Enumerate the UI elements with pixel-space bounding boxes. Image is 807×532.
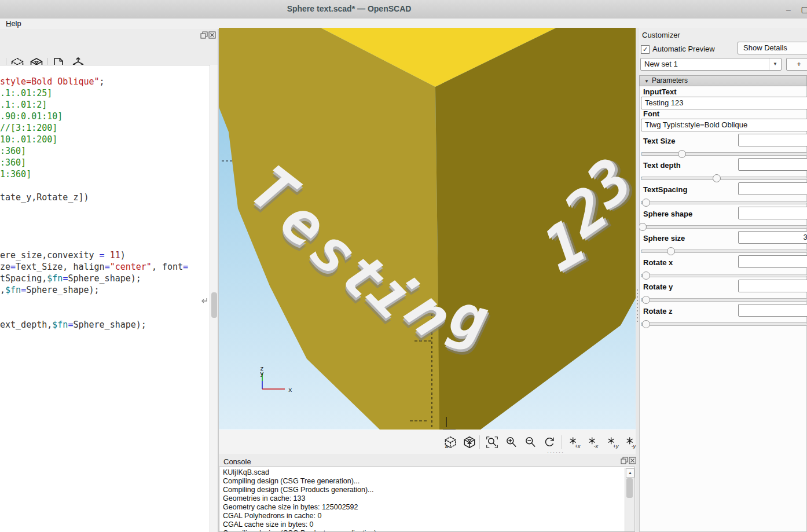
slider-handle[interactable]	[642, 296, 650, 304]
param-slider-textspacing[interactable]	[641, 199, 807, 207]
param-label-inputtext: InputText	[643, 87, 677, 96]
preset-combobox[interactable]: New set 1▼	[640, 58, 782, 71]
param-spinbox-textspacing[interactable]: 0	[738, 182, 807, 195]
menu-help[interactable]: Help	[0, 19, 27, 28]
param-slider-sphere-shape[interactable]	[641, 223, 807, 231]
slider-handle[interactable]	[713, 174, 721, 182]
render-button[interactable]	[461, 434, 478, 451]
slider-handle[interactable]	[642, 320, 650, 328]
scroll-up-icon[interactable]: ▲	[626, 468, 634, 478]
slider-handle[interactable]	[678, 150, 686, 158]
param-label-textspacing: TextSpacing	[643, 185, 687, 194]
parameters-section-header[interactable]: ▼Parameters	[639, 75, 807, 86]
slider-groove[interactable]	[641, 225, 807, 229]
window-title: Sphere text.scad* — OpenSCAD	[0, 4, 698, 13]
console-title: Console	[223, 457, 251, 466]
code-line	[0, 226, 188, 238]
editor-scrollbar-thumb[interactable]	[211, 292, 217, 318]
param-spinbox-text-depth[interactable]: 0	[738, 158, 807, 171]
slider-groove[interactable]	[641, 322, 807, 326]
show-details-button[interactable]: Show Details	[738, 42, 807, 54]
param-slider-rotate-z[interactable]	[641, 320, 807, 328]
code-line: .1:.01:2]	[0, 99, 188, 111]
slider-handle[interactable]	[642, 199, 650, 207]
slider-groove[interactable]	[641, 274, 807, 277]
slider-handle[interactable]	[667, 247, 675, 255]
chevron-down-icon[interactable]: ▼	[769, 58, 781, 70]
param-spinbox-rotate-y[interactable]: 0	[738, 280, 807, 292]
svg-text:+x: +x	[574, 443, 580, 449]
param-label-text-size: Text Size	[643, 137, 675, 145]
view-plus-x-button[interactable]: +x	[566, 434, 584, 451]
param-spinbox-text-size[interactable]: 5	[738, 134, 807, 146]
param-label-sphere-size: Sphere size	[643, 234, 685, 243]
viewport-3d[interactable]: z y x Testing123	[219, 28, 636, 430]
reset-view-button[interactable]	[541, 434, 558, 451]
automatic-preview-label: Automatic Preview	[652, 45, 715, 53]
parameters-body: InputTextTesting 123FontTlwg Typist:styl…	[639, 86, 807, 532]
param-spinbox-sphere-size[interactable]: 35	[738, 231, 807, 244]
parameters-header-label: Parameters	[652, 76, 688, 85]
editor-close-icon[interactable]	[208, 31, 217, 39]
console-float-icon[interactable]	[621, 457, 629, 465]
preview-button[interactable]: »	[442, 434, 459, 451]
console-lines: KUljIKqB.scadCompiling design (CSG Tree …	[219, 467, 634, 532]
view-minus-x-button[interactable]: -x	[585, 434, 603, 451]
zoom-in-button[interactable]	[502, 434, 520, 451]
console-scrollbar[interactable]: ▲	[625, 468, 634, 532]
console-message: Compiling design (CSG Tree generation)..…	[219, 477, 634, 486]
titlebar[interactable]: Sphere text.scad* — OpenSCAD – ▢	[0, 0, 807, 19]
line-wrap-icon	[200, 297, 208, 304]
console-log[interactable]: KUljIKqB.scadCompiling design (CSG Tree …	[219, 467, 635, 532]
automatic-preview-checkbox[interactable]: ✓	[641, 45, 650, 54]
code-line: ext_depth,$fn=Sphere_shape);	[0, 319, 188, 331]
console-message: CGAL cache size in bytes: 0	[219, 520, 634, 529]
editor-float-icon[interactable]	[200, 31, 208, 39]
add-preset-button[interactable]: +	[786, 58, 807, 71]
param-spinbox-rotate-z[interactable]: 0	[738, 304, 807, 317]
code-line	[0, 215, 188, 226]
param-slider-rotate-x[interactable]	[641, 271, 807, 280]
slider-groove[interactable]	[641, 298, 807, 302]
zoom-out-button[interactable]	[522, 434, 539, 451]
code-line: ere_size,convexity = 11)	[0, 250, 188, 261]
param-slider-text-size[interactable]	[641, 150, 807, 158]
code-lines: style=Bold Oblique";.1:.01:25].1:.01:2].…	[0, 76, 188, 331]
code-line: 1:360]	[0, 168, 188, 180]
console-message: Compiling design (CSG Products generatio…	[219, 486, 634, 494]
param-slider-rotate-y[interactable]	[641, 296, 807, 304]
view-plus-y-button[interactable]: +y	[604, 434, 622, 451]
param-label-rotate-y: Rotate y	[643, 282, 673, 291]
param-input-inputtext[interactable]: Testing 123	[641, 97, 807, 109]
console-scrollbar-thumb[interactable]	[626, 478, 633, 498]
code-line	[0, 203, 188, 215]
param-input-font[interactable]: Tlwg Typist:style=Bold Oblique	[641, 119, 807, 131]
slider-groove[interactable]	[641, 201, 807, 204]
slider-handle[interactable]	[642, 271, 650, 280]
param-slider-sphere-size[interactable]	[641, 247, 807, 255]
code-line: .1:.01:25]	[0, 87, 188, 99]
slider-groove[interactable]	[641, 250, 807, 253]
slider-groove[interactable]	[641, 152, 807, 156]
minimize-button[interactable]: –	[783, 3, 794, 15]
maximize-button[interactable]: ▢	[799, 3, 807, 15]
code-line: tate_y,Rotate_z])	[0, 192, 188, 203]
param-slider-text-depth[interactable]	[641, 174, 807, 182]
code-line: ,$fn=Sphere_shape);	[0, 284, 188, 296]
customizer-title: Customizer	[642, 31, 680, 39]
slider-groove[interactable]	[641, 177, 807, 180]
svg-text:+y: +y	[612, 443, 619, 449]
code-line	[0, 180, 188, 192]
collapse-triangle-icon: ▼	[644, 76, 649, 86]
editor-scrollbar[interactable]	[210, 65, 218, 532]
model-3d-text: Testing123	[219, 28, 636, 430]
toolbar-separator	[562, 435, 562, 449]
param-spinbox-rotate-x[interactable]: 0	[738, 255, 807, 268]
param-spinbox-sphere-shape[interactable]	[738, 207, 807, 219]
svg-text:-x: -x	[593, 443, 598, 449]
code-editor[interactable]: style=Bold Oblique";.1:.01:25].1:.01:2].…	[0, 65, 210, 532]
zoom-all-button[interactable]	[483, 434, 501, 451]
code-line: .90:0.01:10]	[0, 111, 188, 122]
param-label-rotate-z: Rotate z	[643, 307, 673, 315]
slider-handle[interactable]	[639, 223, 647, 231]
